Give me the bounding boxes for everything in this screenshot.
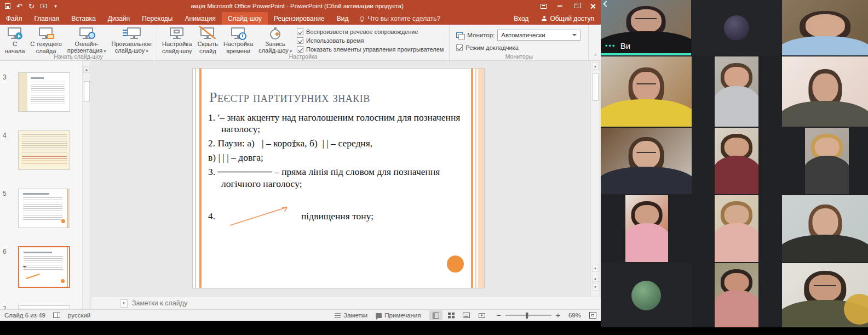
participant-video-tile[interactable] [782,263,868,327]
participant-video-tile[interactable] [601,56,692,127]
participant-video-tile[interactable] [601,128,692,194]
monitor-select[interactable]: Автоматически [497,30,580,41]
present-online-button[interactable]: Онлайн- презентация [65,26,109,55]
slide-thumbnail-5[interactable] [18,189,70,228]
slide-number: 5 [3,190,7,197]
slide-number: 4 [3,132,7,139]
slide-thumbnail-3[interactable] [18,72,70,112]
from-beginning-button[interactable]: С начала [2,26,27,55]
reading-view-button[interactable] [460,310,473,320]
from-current-slide-button[interactable]: С текущего слайда [27,26,64,55]
tab-design[interactable]: Дизайн [102,12,136,25]
text-cursor [292,140,296,147]
participant-camera-off-tile[interactable] [601,263,692,327]
scrollbar-thumb[interactable] [593,73,599,101]
slide-decoration-circle[interactable] [447,255,464,272]
start-slideshow-button[interactable] [40,3,47,10]
play-narrations-checkbox[interactable]: Воспроизвести речевое сопровождение [297,29,444,35]
collapse-panel-button[interactable] [602,1,608,7]
face [725,67,749,88]
use-timings-checkbox[interactable]: Использовать время [297,37,444,44]
zoom-percentage[interactable]: 69% [568,312,581,319]
participant-video-tile[interactable] [715,263,758,327]
tab-home[interactable]: Главная [28,12,66,25]
next-slide-button[interactable]: ▼ [592,283,599,291]
participant-video-tile[interactable] [715,56,758,127]
share-button[interactable]: Общий доступ [535,12,601,25]
tab-transitions[interactable]: Переходы [136,12,179,25]
slideshow-view-button[interactable] [475,310,488,320]
setup-slideshow-icon [168,27,186,39]
notes-toggle-button[interactable]: Заметки [335,312,367,319]
spell-check-icon[interactable] [53,313,60,318]
participant-camera-off-tile[interactable] [692,0,781,55]
setup-slideshow-button[interactable]: Настройка слайд-шоу [159,26,195,55]
sign-in-button[interactable]: Вход [507,12,535,25]
comments-toggle-button[interactable]: Примечания [376,312,421,319]
rising-tone-arrow[interactable] [229,203,292,228]
slide-thumbnail-7[interactable] [18,305,70,309]
webcam-video [715,195,758,262]
notes-pane[interactable]: ▼ Заметки к слайду [91,297,601,309]
tab-file[interactable]: Файл [0,12,28,25]
tab-insert[interactable]: Вставка [65,12,102,25]
custom-slideshow-button[interactable]: Произвольное слайд-шоу [109,26,154,55]
participant-video-tile[interactable] [782,56,868,127]
slide-canvas[interactable]: Реєстр партитурних знаків 1. ′– знак акц… [193,69,484,288]
participant-video-tile[interactable] [715,195,758,262]
close-button[interactable] [584,0,601,12]
slide-title[interactable]: Реєстр партитурних знаків [209,89,370,106]
slide-sorter-view-button[interactable] [445,310,458,320]
scrollbar-thumb[interactable] [84,81,90,102]
previous-slide-button[interactable]: ▲ [592,275,599,282]
rehearse-timings-button[interactable]: Настройка времени [221,26,256,55]
normal-view-button[interactable] [429,310,442,320]
show-media-controls-checkbox[interactable]: Показать элементы управления проигрывате… [297,46,444,53]
record-slideshow-button[interactable]: Запись слайд-шоу [256,26,295,55]
notes-splitter-button[interactable]: ▼ [120,299,128,308]
presenter-view-checkbox[interactable]: Режим докладчика [456,44,580,51]
group-label: Начать слайд-шоу [0,53,157,60]
slide-body-text[interactable]: 1. ′– знак акценту над наголошеним голос… [208,109,471,229]
tab-review[interactable]: Рецензирование [268,12,331,25]
customize-toolbar-button[interactable]: ▾ [52,3,59,10]
ribbon-group-setup: Настройка слайд-шоу Скрыть слайд Настрой… [157,25,450,60]
zoom-in-button[interactable]: + [556,311,560,319]
participant-menu-dots[interactable]: ••• [605,42,616,49]
hide-slide-button[interactable]: Скрыть слайд [194,26,221,55]
zoom-out-button[interactable]: − [497,311,501,319]
slide-thumbnail-6-selected[interactable] [18,246,70,288]
zoom-slider-thumb[interactable] [526,313,528,319]
collapse-ribbon-button[interactable]: ⌃ [593,54,597,59]
slide-thumbnail-4[interactable] [18,130,70,170]
thumbnail-scrollbar[interactable]: ▲ [82,61,90,309]
ribbon-tabs: Файл Главная Вставка Дизайн Переходы Ани… [0,12,601,25]
participant-video-tile[interactable] [782,195,868,262]
participant-video-tile[interactable] [625,195,668,262]
tab-slideshow[interactable]: Слайд-шоу [222,12,268,25]
zoom-slider[interactable] [505,315,551,316]
tab-view[interactable]: Вид [331,12,355,25]
undo-button[interactable]: ↶ [16,3,23,10]
participant-video-tile[interactable] [715,128,758,194]
webcam-video [625,195,668,262]
fit-slide-to-window-button[interactable] [589,312,596,319]
save-button[interactable] [4,3,11,10]
restore-button[interactable] [568,0,584,12]
slideshow-current-icon [37,27,55,39]
participant-video-tile[interactable]: •••Ви [601,0,691,55]
list-item-1: 1. ′– знак акценту над наголошеним голос… [208,112,471,135]
slide-scrollbar[interactable]: ▲ ▼ ▲ ▼ [590,61,599,309]
scroll-up-button[interactable]: ▲ [592,63,599,70]
redo-button[interactable]: ↻ [28,3,35,10]
scroll-down-button[interactable]: ▼ [592,265,599,272]
ribbon-display-options-button[interactable] [535,0,551,12]
slide-design-stripes-right [470,69,484,288]
participant-video-tile[interactable] [805,128,849,194]
minimize-button[interactable] [551,0,568,12]
scroll-up-button[interactable]: ▲ [83,66,90,73]
participant-video-tile[interactable] [782,0,868,55]
tab-animations[interactable]: Анимация [179,12,221,25]
language-indicator[interactable]: русский [68,312,90,319]
tell-me-box[interactable]: Что вы хотите сделать? [354,12,446,25]
